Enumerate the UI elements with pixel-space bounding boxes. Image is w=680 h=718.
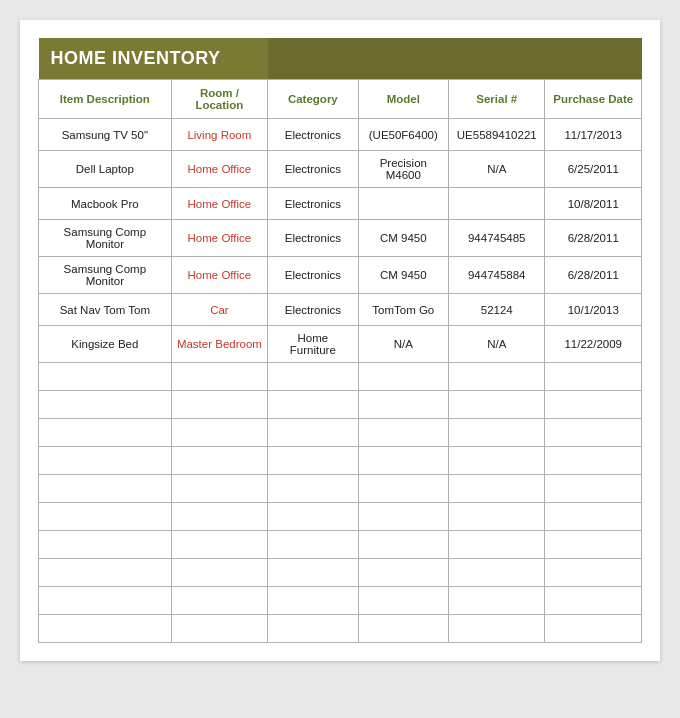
empty-cell <box>268 419 358 447</box>
empty-cell <box>39 419 172 447</box>
empty-cell <box>545 587 642 615</box>
cell-date: 10/1/2013 <box>545 294 642 326</box>
title-empty-2 <box>358 38 448 80</box>
table-row: Kingsize BedMaster BedroomHome Furniture… <box>39 326 642 363</box>
cell-category: Electronics <box>268 294 358 326</box>
empty-row <box>39 559 642 587</box>
cell-room: Living Room <box>171 119 267 151</box>
cell-date: 6/28/2011 <box>545 220 642 257</box>
empty-cell <box>39 559 172 587</box>
cell-date: 6/28/2011 <box>545 257 642 294</box>
cell-room: Home Office <box>171 188 267 220</box>
cell-item: Dell Laptop <box>39 151 172 188</box>
empty-cell <box>171 447 267 475</box>
empty-cell <box>545 503 642 531</box>
col-header-item: Item Description <box>39 80 172 119</box>
empty-cell <box>545 615 642 643</box>
cell-room: Car <box>171 294 267 326</box>
cell-item: Sat Nav Tom Tom <box>39 294 172 326</box>
empty-cell <box>39 363 172 391</box>
empty-cell <box>449 391 545 419</box>
cell-model <box>358 188 448 220</box>
cell-category: Electronics <box>268 257 358 294</box>
cell-room: Home Office <box>171 220 267 257</box>
empty-cell <box>268 531 358 559</box>
empty-cell <box>449 419 545 447</box>
empty-cell <box>449 447 545 475</box>
cell-model: TomTom Go <box>358 294 448 326</box>
empty-cell <box>545 559 642 587</box>
cell-room: Home Office <box>171 151 267 188</box>
title-empty-4 <box>545 38 642 80</box>
cell-item: Kingsize Bed <box>39 326 172 363</box>
cell-item: Samsung Comp Monitor <box>39 220 172 257</box>
table-row: Dell LaptopHome OfficeElectronicsPrecisi… <box>39 151 642 188</box>
empty-cell <box>358 531 448 559</box>
cell-date: 11/22/2009 <box>545 326 642 363</box>
cell-item: Samsung TV 50" <box>39 119 172 151</box>
cell-date: 6/25/2011 <box>545 151 642 188</box>
empty-cell <box>268 447 358 475</box>
col-header-model: Model <box>358 80 448 119</box>
empty-cell <box>358 503 448 531</box>
cell-model: CM 9450 <box>358 220 448 257</box>
empty-cell <box>358 587 448 615</box>
table-title: HOME INVENTORY <box>39 38 268 80</box>
cell-room: Master Bedroom <box>171 326 267 363</box>
inventory-table: HOME INVENTORY Item Description Room / L… <box>38 38 642 643</box>
empty-cell <box>39 391 172 419</box>
table-row: Macbook ProHome OfficeElectronics10/8/20… <box>39 188 642 220</box>
cell-date: 10/8/2011 <box>545 188 642 220</box>
cell-serial: 944745485 <box>449 220 545 257</box>
empty-cell <box>268 559 358 587</box>
empty-cell <box>39 615 172 643</box>
cell-model: N/A <box>358 326 448 363</box>
cell-model: CM 9450 <box>358 257 448 294</box>
empty-row <box>39 475 642 503</box>
empty-row <box>39 503 642 531</box>
empty-row <box>39 419 642 447</box>
cell-serial: UE5589410221 <box>449 119 545 151</box>
empty-cell <box>449 503 545 531</box>
cell-category: Electronics <box>268 151 358 188</box>
empty-row <box>39 531 642 559</box>
col-header-room: Room / Location <box>171 80 267 119</box>
empty-cell <box>171 419 267 447</box>
empty-cell <box>268 587 358 615</box>
empty-cell <box>449 615 545 643</box>
empty-cell <box>39 503 172 531</box>
empty-cell <box>545 447 642 475</box>
empty-cell <box>171 475 267 503</box>
cell-room: Home Office <box>171 257 267 294</box>
empty-cell <box>171 363 267 391</box>
table-row: Samsung Comp MonitorHome OfficeElectroni… <box>39 220 642 257</box>
empty-cell <box>171 559 267 587</box>
cell-category: Electronics <box>268 188 358 220</box>
cell-serial: 944745884 <box>449 257 545 294</box>
empty-cell <box>358 559 448 587</box>
table-row: Samsung Comp MonitorHome OfficeElectroni… <box>39 257 642 294</box>
cell-model: (UE50F6400) <box>358 119 448 151</box>
empty-cell <box>358 447 448 475</box>
cell-date: 11/17/2013 <box>545 119 642 151</box>
empty-cell <box>171 531 267 559</box>
page: HOME INVENTORY Item Description Room / L… <box>20 20 660 661</box>
col-header-serial: Serial # <box>449 80 545 119</box>
cell-serial: 52124 <box>449 294 545 326</box>
empty-cell <box>268 363 358 391</box>
empty-cell <box>171 391 267 419</box>
empty-cell <box>268 503 358 531</box>
cell-serial: N/A <box>449 151 545 188</box>
cell-category: Electronics <box>268 119 358 151</box>
cell-serial <box>449 188 545 220</box>
empty-cell <box>268 475 358 503</box>
empty-cell <box>39 531 172 559</box>
title-row: HOME INVENTORY <box>39 38 642 80</box>
cell-serial: N/A <box>449 326 545 363</box>
empty-cell <box>449 587 545 615</box>
empty-cell <box>39 447 172 475</box>
empty-cell <box>545 419 642 447</box>
empty-row <box>39 391 642 419</box>
empty-row <box>39 587 642 615</box>
title-empty-3 <box>449 38 545 80</box>
